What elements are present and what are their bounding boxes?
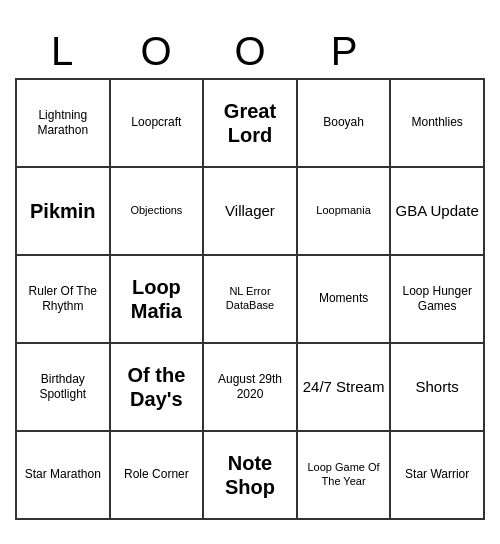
cell-1-3: Loopmania: [297, 167, 391, 255]
cell-1-0: Pikmin: [16, 167, 110, 255]
cell-text-1-3: Loopmania: [302, 204, 386, 217]
cell-text-0-3: Booyah: [302, 115, 386, 129]
cell-2-3: Moments: [297, 255, 391, 343]
bingo-grid: Lightning MarathonLoopcraftGreat LordBoo…: [15, 78, 485, 520]
cell-3-3: 24/7 Stream: [297, 343, 391, 431]
cell-text-0-1: Loopcraft: [115, 115, 199, 129]
cell-text-2-4: Loop Hunger Games: [395, 284, 479, 313]
cell-text-0-2: Great Lord: [208, 99, 292, 147]
cell-text-4-2: Note Shop: [208, 451, 292, 499]
cell-3-4: Shorts: [390, 343, 484, 431]
cell-text-1-4: GBA Update: [395, 202, 479, 220]
cell-1-2: Villager: [203, 167, 297, 255]
cell-text-4-0: Star Marathon: [21, 467, 105, 481]
cell-0-4: Monthlies: [390, 79, 484, 167]
cell-0-2: Great Lord: [203, 79, 297, 167]
header-letter-l: L: [15, 25, 109, 78]
cell-text-3-2: August 29th 2020: [208, 372, 292, 401]
cell-text-2-1: Loop Mafia: [115, 275, 199, 323]
cell-4-1: Role Corner: [110, 431, 204, 519]
cell-4-2: Note Shop: [203, 431, 297, 519]
cell-4-4: Star Warrior: [390, 431, 484, 519]
cell-text-2-0: Ruler Of The Rhythm: [21, 284, 105, 313]
cell-text-1-0: Pikmin: [21, 199, 105, 223]
header-letter-p: P: [297, 25, 391, 78]
cell-3-1: Of the Day's: [110, 343, 204, 431]
cell-text-4-1: Role Corner: [115, 467, 199, 481]
cell-3-0: Birthday Spotlight: [16, 343, 110, 431]
cell-text-0-4: Monthlies: [395, 115, 479, 129]
cell-2-1: Loop Mafia: [110, 255, 204, 343]
cell-text-4-3: Loop Game Of The Year: [302, 461, 386, 487]
cell-2-0: Ruler Of The Rhythm: [16, 255, 110, 343]
header-letter-o2: O: [203, 25, 297, 78]
cell-text-3-4: Shorts: [395, 378, 479, 396]
cell-text-3-0: Birthday Spotlight: [21, 372, 105, 401]
bingo-header: L O O P: [15, 25, 485, 78]
cell-text-2-3: Moments: [302, 291, 386, 305]
cell-4-0: Star Marathon: [16, 431, 110, 519]
cell-0-0: Lightning Marathon: [16, 79, 110, 167]
cell-text-4-4: Star Warrior: [395, 467, 479, 481]
cell-text-1-1: Objections: [115, 204, 199, 217]
header-letter-empty: [391, 25, 485, 78]
cell-2-2: NL Error DataBase: [203, 255, 297, 343]
cell-text-0-0: Lightning Marathon: [21, 108, 105, 137]
cell-text-3-3: 24/7 Stream: [302, 378, 386, 396]
cell-text-3-1: Of the Day's: [115, 363, 199, 411]
cell-1-4: GBA Update: [390, 167, 484, 255]
cell-3-2: August 29th 2020: [203, 343, 297, 431]
cell-text-1-2: Villager: [208, 202, 292, 220]
header-letter-o1: O: [109, 25, 203, 78]
cell-0-1: Loopcraft: [110, 79, 204, 167]
cell-1-1: Objections: [110, 167, 204, 255]
cell-text-2-2: NL Error DataBase: [208, 285, 292, 311]
cell-2-4: Loop Hunger Games: [390, 255, 484, 343]
cell-0-3: Booyah: [297, 79, 391, 167]
cell-4-3: Loop Game Of The Year: [297, 431, 391, 519]
